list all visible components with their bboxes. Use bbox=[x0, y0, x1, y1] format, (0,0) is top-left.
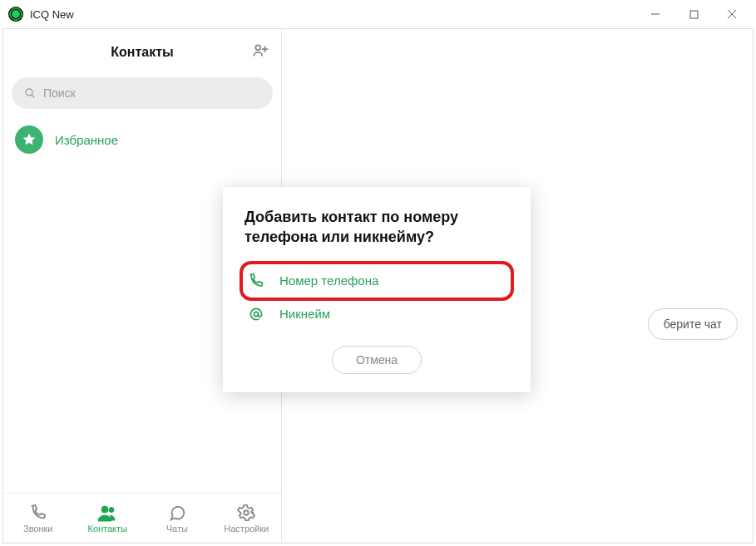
star-icon bbox=[15, 125, 43, 154]
cancel-button[interactable]: Отмена bbox=[332, 346, 422, 374]
gear-icon bbox=[237, 504, 255, 522]
svg-point-4 bbox=[255, 45, 260, 50]
minimize-button[interactable] bbox=[636, 2, 674, 27]
phone-icon bbox=[248, 273, 264, 289]
favorites-item[interactable]: Избранное bbox=[3, 117, 281, 162]
close-button[interactable] bbox=[713, 2, 751, 27]
sidebar-title: Контакты bbox=[111, 45, 173, 60]
nav-chats-label: Чаты bbox=[166, 524, 188, 534]
svg-point-14 bbox=[245, 510, 250, 515]
dialog-actions: Отмена bbox=[245, 346, 509, 374]
titlebar: ICQ New bbox=[0, 0, 756, 28]
nav-chats[interactable]: Чаты bbox=[142, 494, 212, 543]
svg-rect-1 bbox=[690, 11, 698, 18]
add-contact-dialog: Добавить контакт по номеру телефона или … bbox=[223, 187, 531, 392]
maximize-button[interactable] bbox=[674, 2, 713, 27]
nav-settings[interactable]: Настройки bbox=[212, 494, 282, 543]
option-phone-number[interactable]: Номер телефона bbox=[245, 264, 509, 298]
nav-calls[interactable]: Звонки bbox=[3, 494, 73, 543]
favorites-label: Избранное bbox=[55, 133, 118, 147]
option-phone-label: Номер телефона bbox=[279, 273, 378, 288]
phone-icon bbox=[29, 504, 47, 522]
nav-calls-label: Звонки bbox=[23, 524, 53, 534]
bottom-nav: Звонки Контакты Чаты Настройки bbox=[3, 493, 281, 543]
select-chat-hint: берите чат bbox=[648, 308, 738, 340]
sidebar-header: Контакты bbox=[3, 29, 281, 76]
svg-point-9 bbox=[101, 506, 108, 513]
search-bar[interactable] bbox=[12, 77, 273, 109]
svg-line-8 bbox=[32, 95, 34, 97]
dialog-title: Добавить контакт по номеру телефона или … bbox=[245, 207, 509, 248]
option-nickname[interactable]: Никнейм bbox=[245, 298, 509, 331]
nav-settings-label: Настройки bbox=[224, 524, 269, 534]
window-controls bbox=[636, 2, 751, 27]
nav-contacts-label: Контакты bbox=[87, 524, 127, 534]
people-icon bbox=[97, 504, 117, 522]
svg-point-10 bbox=[109, 507, 114, 512]
select-chat-hint-label: берите чат bbox=[664, 317, 722, 331]
app-logo-icon bbox=[8, 7, 23, 22]
app-title: ICQ New bbox=[30, 8, 74, 21]
option-nickname-label: Никнейм bbox=[279, 307, 330, 321]
chat-icon bbox=[168, 504, 186, 522]
search-input[interactable] bbox=[43, 86, 261, 100]
search-icon bbox=[23, 86, 37, 100]
nav-contacts[interactable]: Контакты bbox=[73, 494, 143, 543]
at-icon bbox=[248, 306, 264, 322]
svg-point-7 bbox=[26, 89, 32, 96]
add-contact-button[interactable] bbox=[251, 42, 269, 63]
